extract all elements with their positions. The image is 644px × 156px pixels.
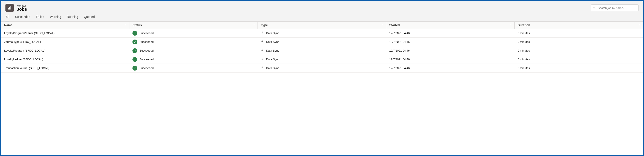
cell-status: Succeeded: [130, 57, 258, 62]
bolt-icon: [261, 66, 264, 70]
col-header-label: Status: [132, 23, 142, 27]
bolt-icon: [261, 49, 264, 52]
cell-name: JournalType (SFDC_LOCAL): [1, 40, 130, 43]
cell-type: Data Sync: [258, 57, 386, 61]
table-row[interactable]: JournalType (SFDC_LOCAL)SucceededData Sy…: [1, 38, 643, 46]
success-check-icon: [132, 48, 137, 53]
svg-rect-0: [8, 8, 9, 10]
type-text: Data Sync: [266, 31, 279, 35]
chevron-down-icon: [510, 23, 512, 27]
col-header-label: Duration: [518, 23, 530, 27]
success-check-icon: [132, 66, 137, 70]
col-header-label: Started: [389, 23, 400, 27]
svg-rect-1: [9, 7, 10, 10]
chevron-down-icon: [381, 23, 384, 27]
cell-status: Succeeded: [130, 31, 258, 36]
cell-started: 12/7/2021 04:46: [386, 49, 514, 52]
cell-started: 12/7/2021 04:46: [386, 40, 514, 43]
cell-type: Data Sync: [258, 31, 386, 35]
success-check-icon: [132, 57, 137, 62]
tab-all[interactable]: All: [6, 15, 9, 21]
status-text: Succeeded: [140, 49, 154, 52]
cell-type: Data Sync: [258, 66, 386, 70]
table-header-row: Name Status Type Started Duration: [1, 21, 643, 29]
col-header-started[interactable]: Started: [386, 22, 514, 29]
chevron-down-icon: [638, 23, 641, 27]
type-text: Data Sync: [266, 40, 279, 43]
success-check-icon: [132, 40, 137, 44]
tab-succeeded[interactable]: Succeeded: [15, 15, 30, 21]
col-header-type[interactable]: Type: [258, 22, 386, 29]
cell-started: 12/7/2021 04:46: [386, 66, 514, 70]
tab-queued[interactable]: Queued: [84, 15, 95, 21]
cell-type: Data Sync: [258, 40, 386, 44]
table-row[interactable]: TransactionJournal (SFDC_LOCAL)Succeeded…: [1, 64, 643, 72]
cell-duration: 0 minutes: [514, 58, 643, 61]
search-icon: [593, 6, 596, 9]
tab-warning[interactable]: Warning: [50, 15, 61, 21]
type-text: Data Sync: [266, 49, 279, 52]
tab-running[interactable]: Running: [67, 15, 78, 21]
cell-name: LoyaltyProgramPartner (SFDC_LOCAL): [1, 31, 130, 35]
status-text: Succeeded: [140, 31, 154, 35]
table-body: LoyaltyProgramPartner (SFDC_LOCAL)Succee…: [1, 29, 643, 72]
cell-name: LoyaltyLedger (SFDC_LOCAL): [1, 58, 130, 61]
cell-status: Succeeded: [130, 48, 258, 53]
cell-started: 12/7/2021 04:46: [386, 31, 514, 35]
col-header-name[interactable]: Name: [1, 22, 130, 29]
cell-type: Data Sync: [258, 49, 386, 52]
chevron-down-icon: [124, 23, 127, 27]
tabs: AllSucceededFailedWarningRunningQueued: [1, 12, 643, 21]
cell-started: 12/7/2021 04:46: [386, 58, 514, 61]
search-input[interactable]: [590, 4, 638, 11]
type-text: Data Sync: [266, 66, 279, 70]
success-check-icon: [132, 31, 137, 36]
cell-name: TransactionJournal (SFDC_LOCAL): [1, 66, 130, 70]
table-row[interactable]: LoyaltyProgram (SFDC_LOCAL)SucceededData…: [1, 46, 643, 55]
page-header: Monitor Jobs: [1, 1, 643, 12]
status-text: Succeeded: [140, 58, 154, 61]
cell-name: LoyaltyProgram (SFDC_LOCAL): [1, 49, 130, 52]
cell-status: Succeeded: [130, 40, 258, 44]
type-text: Data Sync: [266, 58, 279, 61]
bolt-icon: [261, 40, 264, 44]
status-text: Succeeded: [140, 66, 154, 70]
bolt-icon: [261, 57, 264, 61]
header-titles: Monitor Jobs: [17, 4, 588, 12]
status-text: Succeeded: [140, 40, 154, 43]
col-header-duration[interactable]: Duration: [514, 22, 643, 29]
svg-rect-2: [10, 6, 11, 10]
cell-duration: 0 minutes: [514, 49, 643, 52]
search-wrap: [590, 4, 638, 11]
col-header-label: Name: [4, 23, 12, 27]
cell-duration: 0 minutes: [514, 31, 643, 35]
jobs-table: Name Status Type Started Duration Loyalt…: [1, 21, 643, 155]
cell-duration: 0 minutes: [514, 40, 643, 43]
app-frame: Monitor Jobs AllSucceededFailedWarningRu…: [1, 1, 643, 155]
col-header-label: Type: [261, 23, 268, 27]
bolt-icon: [261, 31, 264, 35]
page-title: Jobs: [17, 7, 588, 12]
cell-status: Succeeded: [130, 66, 258, 70]
cell-duration: 0 minutes: [514, 66, 643, 70]
chevron-down-icon: [253, 23, 255, 27]
table-row[interactable]: LoyaltyLedger (SFDC_LOCAL)SucceededData …: [1, 55, 643, 64]
table-row[interactable]: LoyaltyProgramPartner (SFDC_LOCAL)Succee…: [1, 29, 643, 38]
monitor-icon: [6, 4, 14, 12]
col-header-status[interactable]: Status: [130, 22, 258, 29]
tab-failed[interactable]: Failed: [36, 15, 44, 21]
